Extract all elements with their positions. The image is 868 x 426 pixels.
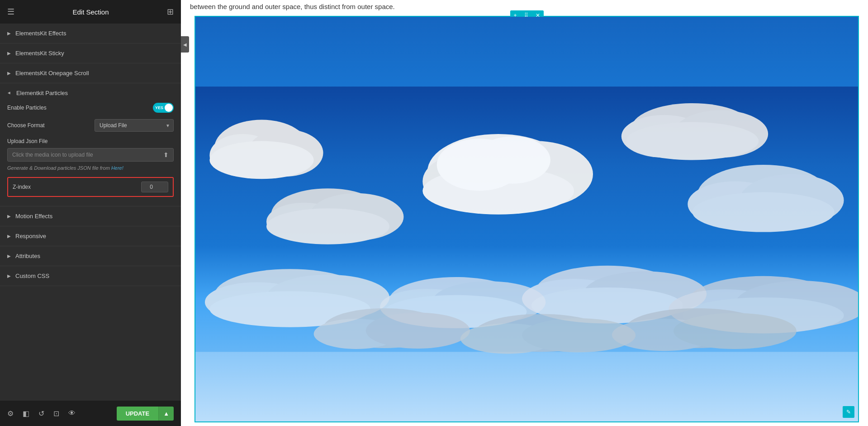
panel-title: Edit Section [72, 8, 109, 16]
accordion-label-particles: Elementkit Particles [16, 90, 68, 96]
accordion-onepage-scroll: ▶ ElementsKit Onepage Scroll [0, 63, 181, 83]
image-container: + ⠿ ✕ [194, 16, 859, 423]
zindex-label: Z-index [13, 184, 141, 190]
accordion-header-responsive[interactable]: ▶ Responsive [0, 226, 181, 246]
settings-icon[interactable]: ⚙ [7, 409, 14, 418]
accordion-label-onepage: ElementsKit Onepage Scroll [15, 70, 89, 77]
responsive-icon[interactable]: ⊡ [53, 409, 59, 418]
accordion-arrow-motion: ▶ [7, 214, 11, 219]
update-button[interactable]: UPDATE [117, 407, 158, 421]
accordion-arrow-effects: ▶ [7, 31, 11, 36]
generate-text: Generate & Download particles JSON file … [7, 165, 174, 171]
collapse-panel-tab[interactable]: ◀ [181, 36, 189, 53]
toggle-thumb [165, 104, 173, 112]
collapse-tab-icon: ◀ [183, 42, 187, 47]
enable-particles-toggle[interactable]: YES [153, 103, 174, 113]
toggle-yes-label: YES [155, 105, 163, 110]
accordion-responsive: ▶ Responsive [0, 226, 181, 246]
svg-point-4 [209, 141, 313, 179]
choose-format-select-wrapper: Upload File Default ▼ [95, 119, 174, 132]
accordion-arrow-onepage: ▶ [7, 71, 11, 76]
svg-point-14 [626, 122, 759, 160]
panel-header: ☰ Edit Section ⊞ [0, 0, 181, 24]
grid-icon[interactable]: ⊞ [167, 7, 174, 17]
accordion-arrow-sticky: ▶ [7, 51, 11, 56]
svg-point-41 [366, 312, 470, 349]
accordion-label-effects: ElementsKit Effects [15, 30, 66, 37]
accordion-custom-css: ▶ Custom CSS [0, 266, 181, 286]
accordion-header-custom-css[interactable]: ▶ Custom CSS [0, 266, 181, 286]
accordion-header-elementskit-effects[interactable]: ▶ ElementsKit Effects [0, 24, 181, 43]
upload-json-section: Upload Json File Click the media icon to… [7, 138, 174, 171]
svg-point-47 [674, 313, 797, 349]
accordion-header-onepage[interactable]: ▶ ElementsKit Onepage Scroll [0, 63, 181, 83]
zindex-row: Z-index [7, 177, 174, 197]
accordion-label-sticky: ElementsKit Sticky [15, 50, 64, 57]
accordion-label-motion: Motion Effects [15, 213, 52, 220]
enable-particles-row: Enable Particles YES [7, 103, 174, 113]
history-icon[interactable]: ↺ [38, 409, 44, 418]
upload-json-label: Upload Json File [7, 138, 174, 144]
bottom-toolbar: ⚙ ◧ ↺ ⊡ 👁 UPDATE ▲ [0, 401, 181, 426]
zindex-input[interactable] [141, 182, 168, 192]
eye-icon[interactable]: 👁 [68, 409, 76, 418]
accordion-header-particles[interactable]: ▼ Elementkit Particles [0, 83, 181, 103]
accordion-arrow-particles: ▼ [7, 91, 12, 96]
accordion-particles: ▼ Elementkit Particles Enable Particles … [0, 83, 181, 206]
accordion-header-sticky[interactable]: ▶ ElementsKit Sticky [0, 43, 181, 63]
choose-format-label: Choose Format [7, 122, 95, 129]
particles-section: Enable Particles YES Choose Format Uploa… [0, 103, 181, 206]
left-panel: ☰ Edit Section ⊞ ▶ ElementsKit Effects ▶… [0, 0, 181, 426]
accordion-elementskit-sticky: ▶ ElementsKit Sticky [0, 43, 181, 63]
accordion-header-attributes[interactable]: ▶ Attributes [0, 246, 181, 266]
accordion-arrow-responsive: ▶ [7, 234, 11, 239]
image-edit-corner[interactable]: ✎ [843, 406, 854, 418]
accordion-label-custom-css: Custom CSS [15, 273, 49, 279]
hamburger-icon[interactable]: ☰ [7, 7, 14, 17]
accordion-arrow-custom-css: ▶ [7, 273, 11, 278]
panel-content: ▶ ElementsKit Effects ▶ ElementsKit Stic… [0, 24, 181, 401]
update-arrow-button[interactable]: ▲ [158, 407, 174, 421]
here-link[interactable]: Here! [111, 165, 123, 171]
choose-format-select[interactable]: Upload File Default [95, 119, 174, 132]
svg-point-10 [474, 136, 550, 184]
accordion-header-motion[interactable]: ▶ Motion Effects [0, 206, 181, 226]
accordion-motion-effects: ▶ Motion Effects [0, 206, 181, 226]
accordion-label-responsive: Responsive [15, 233, 46, 239]
accordion-attributes: ▶ Attributes [0, 246, 181, 266]
clouds-svg [195, 17, 858, 422]
right-content: between the ground and outer space, thus… [181, 0, 868, 426]
upload-media-icon[interactable]: ⬆ [163, 151, 169, 158]
update-btn-group: UPDATE ▲ [117, 407, 174, 421]
accordion-arrow-attributes: ▶ [7, 254, 11, 258]
toolbar-icons: ⚙ ◧ ↺ ⊡ 👁 [7, 409, 76, 418]
layers-icon[interactable]: ◧ [23, 409, 29, 418]
accordion-label-attributes: Attributes [15, 253, 40, 259]
svg-point-22 [693, 192, 835, 232]
upload-placeholder-text: Click the media icon to upload file [12, 152, 163, 158]
upload-field: Click the media icon to upload file ⬆ [7, 148, 174, 162]
accordion-elementskit-effects: ▶ ElementsKit Effects [0, 24, 181, 43]
choose-format-row: Choose Format Upload File Default ▼ [7, 119, 174, 132]
enable-particles-label: Enable Particles [7, 105, 153, 111]
svg-point-18 [266, 208, 389, 244]
sky-image [195, 17, 858, 422]
